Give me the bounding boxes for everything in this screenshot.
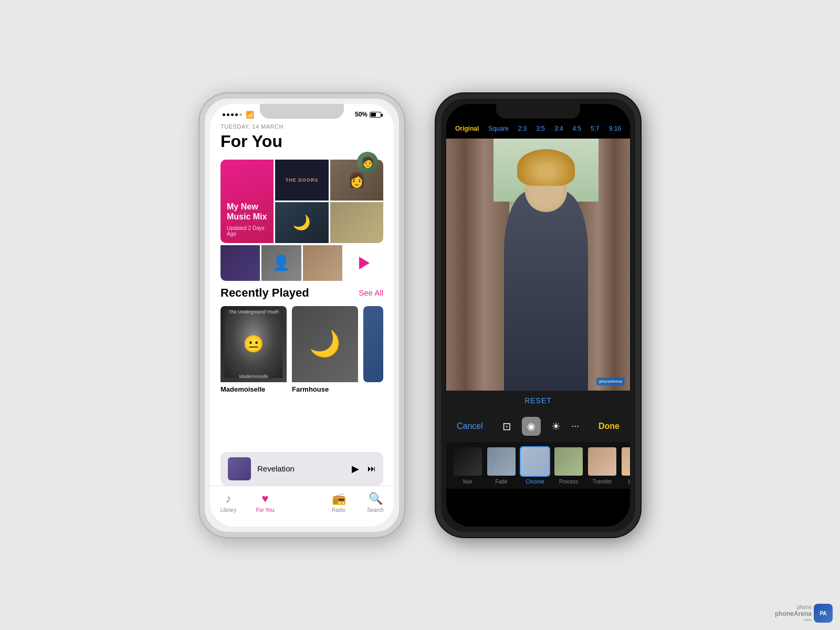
tab-search[interactable]: 🔍 Search xyxy=(357,492,394,513)
recently-played-title: Recently Played xyxy=(220,286,309,300)
album-title-farmhouse: Farmhouse xyxy=(292,385,358,393)
farmhouse-album-art: 🌙 xyxy=(292,306,358,382)
album-card-mademoiselle[interactable]: The Underground Youth 😐 Mademoiselle Mad… xyxy=(220,306,287,393)
phone-notch xyxy=(260,104,344,119)
now-playing-title: Revelation xyxy=(257,464,345,473)
watermark: phoneArena xyxy=(596,377,625,385)
filter-label-noir: Noir xyxy=(463,479,472,485)
phonearena-text: phone phoneArena .com xyxy=(775,604,812,622)
recently-played-header: Recently Played See All xyxy=(220,286,383,300)
photo-editor-screen: Original Square 2:3 3:5 3:4 4:5 5:7 9:16 xyxy=(446,104,630,527)
search-icon: 🔍 xyxy=(369,492,383,506)
for-you-label: For You xyxy=(256,507,274,513)
for-you-icon: ♥ xyxy=(261,492,268,506)
person-body xyxy=(504,191,588,391)
right-phone: Original Square 2:3 3:5 3:4 4:5 5:7 9:16 xyxy=(436,93,640,537)
crop-3-5[interactable]: 3:5 xyxy=(534,124,547,133)
underground-album-art: The Underground Youth 😐 Mademoiselle xyxy=(220,306,287,382)
done-button[interactable]: Done xyxy=(598,422,620,431)
filter-preview-chrome xyxy=(521,447,549,476)
filter-process[interactable]: Process xyxy=(553,446,584,485)
crop-5-7[interactable]: 5:7 xyxy=(589,124,602,133)
wifi-icon: 📶 xyxy=(246,111,254,119)
filter-preview-fade xyxy=(487,447,516,476)
mademoiselle-text: Mademoiselle xyxy=(220,374,287,379)
avatar[interactable]: 🧑 xyxy=(357,152,378,173)
music-content: TUESDAY, 14 MARCH For You 🧑 My New Music… xyxy=(210,121,394,491)
person-hair xyxy=(517,149,575,186)
filter-label-fade: Fade xyxy=(496,479,508,485)
phonearena-icon: PA xyxy=(814,604,833,623)
crop-9-16[interactable]: 9:16 xyxy=(607,124,623,133)
bottom-album-3 xyxy=(303,245,342,281)
now-playing-controls: ▶ ⏭ xyxy=(352,463,376,475)
phone-notch-dark xyxy=(496,104,580,119)
crop-2-3[interactable]: 2:3 xyxy=(516,124,529,133)
search-label: Search xyxy=(367,507,384,513)
filter-fade[interactable]: Fade xyxy=(486,446,517,485)
battery-fill xyxy=(371,113,376,117)
filter-tool-icon[interactable]: ◉ xyxy=(522,417,541,436)
crop-tool-icon[interactable]: ⊡ xyxy=(502,420,511,433)
music-date: TUESDAY, 14 MARCH xyxy=(220,123,383,130)
mix-main-card[interactable]: My New Music Mix Updated 2 Days Ago xyxy=(220,160,274,243)
battery-indicator: 50% xyxy=(355,111,381,118)
tab-radio[interactable]: 📻 Radio xyxy=(320,492,357,513)
filter-strip: Noir Fade Chrome Process xyxy=(446,442,630,489)
more-options-icon[interactable]: ··· xyxy=(571,421,579,432)
tab-bar: ♪ Library ♥ For You 📻 Radio 🔍 Search xyxy=(210,486,394,527)
bottom-album-1 xyxy=(220,245,260,281)
signal-dot-1 xyxy=(223,113,225,116)
photo-toolbar: Cancel ⊡ ◉ ☀ ··· Done xyxy=(446,411,630,442)
album-card-farmhouse[interactable]: 🌙 Farmhouse xyxy=(292,306,358,393)
filter-preview-instant xyxy=(622,447,630,476)
filter-transfer[interactable]: Transfer xyxy=(587,446,617,485)
filter-thumb-instant xyxy=(621,446,630,477)
album-card-partial[interactable] xyxy=(363,306,383,393)
mix-title: My New Music Mix xyxy=(227,202,267,222)
see-all-button[interactable]: See All xyxy=(359,288,383,297)
reset-button[interactable]: RESET xyxy=(524,396,552,405)
crop-3-4[interactable]: 3:4 xyxy=(552,124,565,133)
mix-grid: My New Music Mix Updated 2 Days Ago THE … xyxy=(220,160,383,243)
bottom-album-2: 👤 xyxy=(261,245,301,281)
crop-4-5[interactable]: 4:5 xyxy=(571,124,584,133)
filter-instant[interactable]: Instant xyxy=(621,446,630,485)
mix-subtitle: Updated 2 Days Ago xyxy=(227,225,267,237)
library-label: Library xyxy=(220,507,237,513)
battery-percent: 50% xyxy=(355,111,368,118)
crop-square[interactable]: Square xyxy=(486,124,511,133)
radio-icon: 📻 xyxy=(332,492,346,506)
filter-label-process: Process xyxy=(559,479,578,485)
album-thumb-doors: THE DOORS xyxy=(275,160,328,201)
brightness-tool-icon[interactable]: ☀ xyxy=(551,420,561,433)
page-title: For You xyxy=(220,132,383,151)
tab-library[interactable]: ♪ Library xyxy=(210,492,247,513)
filter-thumb-fade xyxy=(486,446,517,477)
person-area xyxy=(494,139,598,391)
play-pause-button[interactable]: ▶ xyxy=(352,463,359,475)
filter-preview-process xyxy=(554,447,583,476)
filter-thumb-chrome xyxy=(520,446,550,477)
play-button-red[interactable] xyxy=(344,245,383,281)
library-icon: ♪ xyxy=(226,492,232,506)
now-playing-thumb xyxy=(228,457,251,480)
skip-forward-button[interactable]: ⏭ xyxy=(368,464,376,474)
filter-preview-transfer xyxy=(588,447,616,476)
filter-label-instant: Instant xyxy=(628,479,630,485)
signal-dot-5 xyxy=(239,113,242,116)
photo-area: phoneArena xyxy=(446,139,630,391)
filter-noir[interactable]: Noir xyxy=(453,446,483,485)
phone-screen: 📶 15:26 50% TUESDAY, 14 MARCH For You 🧑 xyxy=(210,104,394,527)
cancel-button[interactable]: Cancel xyxy=(457,422,483,431)
mix-bottom-row: 👤 xyxy=(220,245,383,281)
partial-album-art xyxy=(363,306,383,382)
filter-label-transfer: Transfer xyxy=(593,479,612,485)
underground-face: 😐 xyxy=(225,310,282,378)
now-playing-bar[interactable]: Revelation ▶ ⏭ xyxy=(220,452,383,486)
album-title-mademoiselle: Mademoiselle xyxy=(220,385,287,393)
filter-thumb-transfer xyxy=(587,446,617,477)
tab-for-you[interactable]: ♥ For You xyxy=(247,492,284,513)
crop-original[interactable]: Original xyxy=(453,124,481,133)
filter-chrome[interactable]: Chrome xyxy=(520,446,550,485)
